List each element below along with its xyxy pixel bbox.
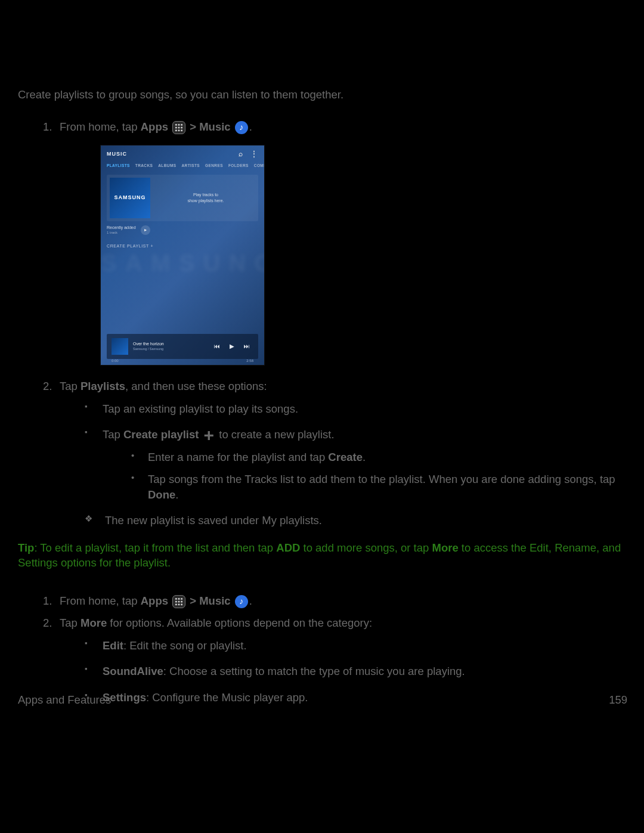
sec2-s2-bold: More (80, 617, 107, 629)
sec2-apps-label: Apps (141, 594, 168, 607)
s2b2-b: to create a new playlist. (216, 428, 334, 441)
svg-point-2 (181, 123, 182, 125)
tab-albums: ALBUMS (158, 163, 176, 169)
step2-sub-1: Enter a name for the playlist and tap Cr… (131, 450, 626, 465)
shot-now-title: Over the horizon (133, 341, 214, 347)
opt-sa-t: : Choose a setting to match the type of … (163, 665, 465, 677)
svg-point-14 (181, 600, 182, 602)
step1-tail: . (249, 120, 252, 133)
shot-player-thumb (112, 338, 128, 355)
step-1: 1. From home, tap Apps > Music ♪. MUSIC … (43, 119, 626, 366)
opt-edit: Edit: Edit the song or playlist. (85, 638, 626, 654)
shot-recent-sub: 1 track (107, 230, 136, 235)
svg-point-5 (181, 126, 182, 128)
sec2-s1-prefix: From home, tap (60, 594, 141, 607)
sec2-step-2: 2. Tap More for options. Available optio… (43, 615, 626, 705)
tab-composers: COMPOSERS (254, 163, 265, 169)
apps-label: Apps (141, 120, 168, 133)
search-icon: ⌕ (239, 149, 243, 159)
shot-album-art: SAMSUNG (110, 178, 150, 218)
opt-soundalive: SoundAlive: Choose a setting to match th… (85, 664, 626, 679)
step2-a: Tap (60, 380, 80, 392)
opt-edit-t: : Edit the song or playlist. (123, 639, 247, 652)
shot-title: MUSIC (107, 150, 127, 157)
shot-bg-watermark: SAMSUNG (101, 247, 264, 280)
s2d1-bold: Create (328, 451, 363, 463)
svg-point-10 (178, 598, 180, 600)
apps-icon (172, 121, 185, 134)
svg-point-15 (175, 603, 177, 605)
step1-sep: > (190, 120, 199, 133)
tip-a: : To edit a playlist, tap it from the li… (34, 541, 276, 554)
tab-folders: FOLDERS (228, 163, 249, 169)
svg-point-9 (175, 598, 177, 600)
step1-prefix: From home, tap (60, 120, 141, 133)
opt-sa-b: SoundAlive (103, 665, 163, 677)
prev-icon: ⏮ (214, 342, 220, 351)
shot-play-icon: ▸ (141, 225, 150, 235)
tab-playlists: PLAYLISTS (107, 163, 130, 169)
tab-tracks: TRACKS (135, 163, 153, 169)
svg-point-17 (181, 603, 182, 605)
tab-artists: ARTISTS (181, 163, 200, 169)
shot-time-start: 0:00 (112, 358, 119, 363)
tab-genres: GENRES (205, 163, 223, 169)
menu-icon: ⋮ (250, 149, 258, 159)
music-icon: ♪ (235, 595, 248, 608)
shot-recent-title: Recently added (107, 225, 136, 231)
svg-point-16 (178, 603, 180, 605)
svg-point-13 (178, 600, 180, 602)
shot-panel-line2: show playlists here. (153, 198, 258, 203)
sec2-music-label: Music (199, 594, 230, 607)
shot-now-sub: Samsung / Samsung (133, 347, 214, 352)
step2-b: , and then use these options: (125, 380, 267, 392)
step2-bullet-1: Tap an existing playlist to play its son… (85, 401, 626, 417)
page-footer: Apps and Features 159 (18, 692, 627, 708)
shot-tabs: PLAYLISTS TRACKS ALBUMS ARTISTS GENRES F… (101, 162, 264, 172)
shot-player-bar: Over the horizon Samsung / Samsung ⏮ ▶ ⏭ (107, 334, 258, 359)
next-icon: ⏭ (244, 342, 250, 351)
s2d2-bold: Done (148, 488, 175, 501)
play-icon: ▶ (230, 342, 234, 351)
step2-sub-2: Tap songs from the Tracks list to add th… (131, 472, 626, 502)
plus-icon: + (204, 430, 215, 441)
tip-more: More (432, 541, 458, 554)
sec2-step-1: 1. From home, tap Apps > Music ♪. (43, 593, 626, 609)
apps-icon (172, 595, 185, 608)
svg-point-12 (175, 600, 177, 602)
sec2-sep: > (190, 594, 199, 607)
s2b2-bold: Create playlist (123, 428, 199, 441)
svg-point-8 (181, 129, 182, 131)
music-label: Music (199, 120, 230, 133)
s2d1-b: . (363, 451, 366, 463)
tip-label: Tip (18, 541, 34, 554)
step2-diamond: The new playlist is saved under My playl… (85, 513, 626, 528)
s2d2-a: Tap songs from the Tracks list to add th… (148, 473, 615, 485)
step2-bold: Playlists (80, 380, 125, 392)
step2-bullet-2: Tap Create playlist + to create a new pl… (85, 427, 626, 502)
svg-point-3 (175, 126, 177, 128)
sec2-s2-a: Tap (60, 617, 80, 629)
svg-point-0 (175, 123, 177, 125)
opt-edit-b: Edit (103, 639, 123, 652)
shot-time-end: 2:58 (246, 358, 253, 363)
footer-page-number: 159 (609, 692, 627, 708)
svg-point-11 (181, 598, 182, 600)
footer-section: Apps and Features (18, 692, 111, 708)
s2b2-a: Tap (103, 428, 123, 441)
tip-paragraph: Tip: To edit a playlist, tap it from the… (18, 540, 626, 571)
tip-b: to add more songs, or tap (300, 541, 432, 554)
svg-point-1 (178, 123, 180, 125)
svg-point-4 (178, 126, 180, 128)
sec2-s2-b: for options. Available options depend on… (107, 617, 372, 629)
music-icon: ♪ (235, 121, 248, 134)
intro-text: Create playlists to group songs, so you … (18, 87, 626, 103)
s2d1-a: Enter a name for the playlist and tap (148, 451, 328, 463)
svg-point-7 (178, 129, 180, 131)
sec2-tail: . (249, 594, 252, 607)
shot-panel-line1: Play tracks to (153, 192, 258, 197)
music-app-screenshot: MUSIC ⌕⋮ PLAYLISTS TRACKS ALBUMS ARTISTS… (100, 145, 265, 366)
tip-add: ADD (276, 541, 300, 554)
step-2: 2. Tap Playlists, and then use these opt… (43, 379, 626, 502)
svg-point-6 (175, 129, 177, 131)
